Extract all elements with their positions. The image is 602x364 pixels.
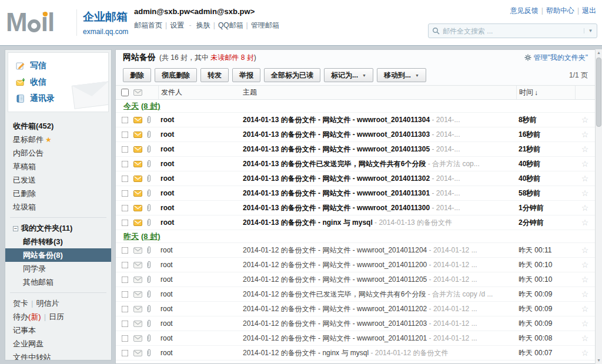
mail-subject[interactable]: 2014-01-13 的备份文件 - 网站文件 - wwwroot_201401… [243,130,516,140]
row-checkbox[interactable] [121,349,128,356]
mail-row[interactable]: root2014-01-12 的备份文件 - 网站文件 - wwwroot_20… [116,258,595,272]
mail-subject[interactable]: 2014-01-13 的备份文件 - nginx 与 mysql - 2014-… [243,218,516,228]
compose-button[interactable]: 写信 [15,58,108,74]
star-toggle-icon[interactable]: ☆ [575,174,595,183]
nav-qqmail-link[interactable]: QQ邮箱 [218,21,243,29]
row-checkbox[interactable] [121,204,128,211]
collapse-icon[interactable]: − [13,226,18,231]
mail-row[interactable]: root2014-01-13 的备份文件 - 网站文件 - wwwroot_20… [116,171,595,186]
row-checkbox[interactable] [121,247,128,254]
star-toggle-icon[interactable]: ☆ [575,319,595,328]
greeting-card-link[interactable]: 贺卡 [13,299,28,308]
row-checkbox[interactable] [121,160,128,167]
sidebar-item-deleted[interactable]: 已删除 [5,187,111,200]
manage-folders-link[interactable]: 管理"我的文件夹" [524,53,588,63]
star-toggle-icon[interactable]: ☆ [575,275,595,284]
sidebar-item-classmates[interactable]: 同学录 [5,262,111,275]
row-checkbox[interactable] [121,190,128,197]
mail-row[interactable]: root2014-01-13 的备份文件 - nginx 与 mysql - 2… [116,215,595,230]
sidebar-item-starred[interactable]: 星标邮件★ [5,133,111,146]
star-toggle-icon[interactable]: ☆ [575,203,595,213]
sidebar-item-my-folders[interactable]: −我的文件夹(11) [5,221,111,235]
sidebar-item-spam[interactable]: 垃圾箱 [5,200,111,214]
nav-skin-link[interactable]: 换肤 [196,21,210,29]
column-sender[interactable]: 发件人 [158,86,243,99]
row-checkbox[interactable] [121,305,128,312]
mail-row[interactable]: root2014-01-13 的备份文件 - 网站文件 - wwwroot_20… [116,142,595,157]
star-toggle-icon[interactable]: ☆ [575,260,595,269]
mail-subject[interactable]: 2014-01-12 的备份文件 - 网站文件 - wwwroot_201401… [243,333,516,343]
move-to-dropdown[interactable]: 移动到...▼ [377,68,426,82]
star-toggle-icon[interactable]: ☆ [575,304,595,314]
sidebar-item-other-mailbox[interactable]: 其他邮箱 [5,275,111,289]
mail-subject[interactable]: 2014-01-12 的备份文件 - 网站文件 - wwwroot_201401… [243,275,516,285]
row-checkbox[interactable] [121,175,128,182]
mail-subject[interactable]: 2014-01-12 的备份文件已发送完毕，网站文件共有6个分段 - 合并方法 … [243,289,516,299]
group-toggle-link[interactable]: 今天(8 封) [123,101,160,112]
mail-row[interactable]: root2014-01-13 的备份文件 - 网站文件 - wwwroot_20… [116,201,595,215]
sidebar-item-inbox[interactable]: 收件箱(452) [5,119,111,133]
star-toggle-icon[interactable]: ☆ [575,159,595,168]
star-toggle-icon[interactable]: ☆ [575,130,595,139]
sidebar-item-notes[interactable]: 记事本 [5,323,111,337]
mail-row[interactable]: root2014-01-12 的备份文件 - 网站文件 - wwwroot_20… [116,243,595,258]
scrollbar-thumb[interactable] [596,58,601,127]
sidebar-item-announcements[interactable]: 内部公告 [5,146,111,160]
search-input[interactable] [443,27,581,35]
select-all-checkbox[interactable] [121,89,129,96]
sidebar-item-mail-transfer[interactable]: 邮件转移(3) [5,235,111,248]
feedback-link[interactable]: 意见反馈 [510,6,539,15]
search-box[interactable]: ▼ [428,23,597,38]
vertical-scrollbar[interactable]: ▲ ▼ [595,49,602,364]
row-checkbox[interactable] [121,276,128,283]
row-checkbox[interactable] [121,219,128,226]
column-time[interactable]: 时间↓ [516,86,575,99]
star-toggle-icon[interactable]: ☆ [575,289,595,299]
scroll-up-button[interactable]: ▲ [596,49,602,56]
sidebar-item-drafts[interactable]: 草稿箱 [5,160,111,173]
todo-link[interactable]: 待办 [13,312,28,321]
postcard-link[interactable]: 明信片 [36,299,59,308]
mail-row[interactable]: root2014-01-12 的备份文件已发送完毕，网站文件共有6个分段 - 合… [116,287,595,302]
mail-subject[interactable]: 2014-01-13 的备份文件 - 网站文件 - wwwroot_201401… [243,188,516,198]
mail-row[interactable]: root2014-01-12 的备份文件 - 网站文件 - wwwroot_20… [116,302,595,316]
mail-subject[interactable]: 2014-01-13 的备份文件 - 网站文件 - wwwroot_201401… [243,203,516,213]
group-toggle-link[interactable]: 昨天(8 封) [123,231,160,242]
row-checkbox[interactable] [121,261,128,268]
contacts-button[interactable]: 通讯录 [15,90,108,107]
row-checkbox[interactable] [121,291,128,298]
forward-button[interactable]: 转发 [200,68,229,82]
scroll-down-button[interactable]: ▼ [596,357,602,364]
sidebar-item-website-backup[interactable]: 网站备份(8) [5,248,111,262]
mail-row[interactable]: root2014-01-13 的备份文件已发送完毕，网站文件共有6个分段 - 合… [116,157,595,171]
report-button[interactable]: 举报 [232,68,260,82]
mail-subject[interactable]: 2014-01-12 的备份文件 - 网站文件 - wwwroot_201401… [243,304,516,314]
mail-subject[interactable]: 2014-01-13 的备份文件 - 网站文件 - wwwroot_201401… [243,144,516,154]
star-toggle-icon[interactable]: ☆ [575,245,595,255]
mail-row[interactable]: root2014-01-12 的备份文件 - 网站文件 - wwwroot_20… [116,272,595,287]
calendar-link[interactable]: 日历 [49,312,64,321]
delete-button[interactable]: 删除 [123,68,151,82]
star-toggle-icon[interactable]: ☆ [575,218,595,227]
nav-mail-home-link[interactable]: 邮箱首页 [134,21,162,29]
row-checkbox[interactable] [121,146,128,153]
star-toggle-icon[interactable]: ☆ [575,115,595,124]
logout-link[interactable]: 退出 [582,6,596,15]
sidebar-item-file-transfer[interactable]: 文件中转站 [5,350,111,360]
mail-subject[interactable]: 2014-01-12 的备份文件 - nginx 与 mysql - 2014-… [243,348,516,358]
search-options-dropdown-icon[interactable]: ▼ [584,28,593,33]
mail-row[interactable]: root2014-01-13 的备份文件 - 网站文件 - wwwroot_20… [116,186,595,201]
mail-subject[interactable]: 2014-01-13 的备份文件 - 网站文件 - wwwroot_201401… [243,174,516,184]
mail-subject[interactable]: 2014-01-13 的备份文件已发送完毕，网站文件共有6个分段 - 合并方法 … [243,159,516,169]
mail-subject[interactable]: 2014-01-13 的备份文件 - 网站文件 - wwwroot_201401… [243,115,516,125]
mail-row[interactable]: root2014-01-13 的备份文件 - 网站文件 - wwwroot_20… [116,113,595,127]
mail-row[interactable]: root2014-01-13 的备份文件 - 网站文件 - wwwroot_20… [116,127,595,142]
mail-row[interactable]: root2014-01-12 的备份文件 - nginx 与 mysql - 2… [116,346,595,360]
row-checkbox[interactable] [121,335,128,342]
sidebar-item-sent[interactable]: 已发送 [5,173,111,187]
help-center-link[interactable]: 帮助中心 [546,6,574,15]
mail-subject[interactable]: 2014-01-12 的备份文件 - 网站文件 - wwwroot_201401… [243,319,516,329]
star-toggle-icon[interactable]: ☆ [575,333,595,343]
mark-all-read-button[interactable]: 全部标为已读 [264,68,320,82]
mail-subject[interactable]: 2014-01-12 的备份文件 - 网站文件 - wwwroot_201401… [243,245,516,255]
